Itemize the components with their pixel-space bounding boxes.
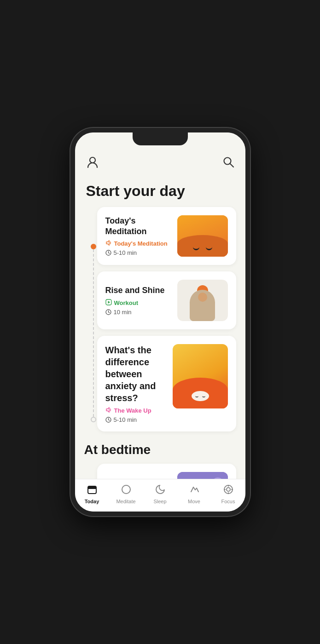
card-meditation-title: Today's Meditation — [105, 216, 172, 237]
search-icon[interactable] — [222, 156, 234, 171]
nav-label-today: Today — [85, 499, 99, 504]
dot-inactive — [91, 417, 96, 422]
nav-label-focus: Focus — [221, 499, 235, 504]
card-rise-meta: Workout — [105, 299, 172, 307]
timeline-section: Today's Meditation Today's Meditation — [75, 207, 245, 431]
card-anxiety[interactable]: What's the difference between anxiety an… — [97, 336, 236, 431]
card-anxiety-duration-label: 5-10 min — [114, 416, 137, 423]
volume-icon-anxiety — [105, 407, 112, 414]
nav-item-focus[interactable]: Focus — [211, 484, 245, 504]
card-meditation[interactable]: Today's Meditation Today's Meditation — [97, 207, 236, 265]
nav-item-move[interactable]: Move — [177, 484, 211, 504]
card-meditation-image — [177, 215, 228, 257]
svg-line-5 — [108, 253, 110, 254]
timeline-track — [91, 207, 96, 431]
svg-line-13 — [108, 420, 110, 421]
profile-icon[interactable] — [86, 155, 99, 172]
bedtime-title: At bedtime — [84, 443, 236, 464]
card-meditation-duration-label: 5-10 min — [114, 249, 137, 256]
nav-item-meditate[interactable]: Meditate — [109, 484, 143, 504]
dot-active — [91, 244, 96, 249]
card-rise-title: Rise and Shine — [105, 285, 172, 296]
card-rise-info: Rise and Shine Workout — [105, 285, 177, 315]
card-rise-shine[interactable]: Rise and Shine Workout — [97, 271, 236, 329]
meditate-icon — [121, 484, 132, 497]
volume-icon-meditation — [105, 240, 112, 247]
card-anxiety-title: What's the difference between anxiety an… — [105, 344, 167, 404]
card-anxiety-type: The Wake Up — [114, 407, 151, 414]
svg-line-10 — [108, 312, 110, 313]
phone-screen: Start your day Today's Meditation — [75, 132, 245, 512]
screen-content: Start your day Today's Meditation — [75, 132, 245, 512]
card-anxiety-duration: 5-10 min — [105, 416, 167, 423]
card-anxiety-image — [173, 344, 228, 408]
card-meditation-type: Today's Meditation — [114, 240, 168, 247]
card-meditation-meta: Today's Meditation — [105, 240, 172, 247]
play-icon-rise — [105, 299, 112, 307]
nav-label-meditate: Meditate — [116, 499, 135, 504]
card-meditation-info: Today's Meditation Today's Meditation — [105, 216, 177, 257]
nav-label-sleep: Sleep — [153, 499, 166, 504]
sleep-icon — [155, 484, 166, 497]
phone-frame: Start your day Today's Meditation — [70, 128, 250, 516]
card-meditation-duration: 5-10 min — [105, 249, 172, 256]
card-anxiety-info: What's the difference between anxiety an… — [105, 344, 173, 423]
card-rise-duration-label: 10 min — [114, 309, 132, 316]
move-icon — [189, 484, 200, 497]
svg-rect-19 — [88, 486, 96, 489]
timeline-line — [93, 249, 94, 417]
cards-container: Today's Meditation Today's Meditation — [84, 207, 236, 431]
nav-item-sleep[interactable]: Sleep — [143, 484, 177, 504]
svg-point-20 — [122, 485, 130, 494]
focus-icon — [223, 484, 234, 497]
svg-marker-7 — [108, 301, 110, 304]
svg-point-22 — [227, 488, 230, 491]
card-rise-type: Workout — [114, 299, 138, 306]
svg-line-2 — [230, 164, 233, 167]
card-rise-image — [177, 280, 228, 321]
meditation-illustration — [177, 215, 228, 257]
bottom-nav: Today Meditate Sleep — [75, 479, 245, 512]
card-anxiety-meta: The Wake Up — [105, 407, 167, 414]
today-icon — [87, 484, 98, 497]
card-rise-duration: 10 min — [105, 309, 172, 316]
nav-item-today[interactable]: Today — [75, 484, 109, 504]
nav-label-move: Move — [188, 499, 200, 504]
svg-point-0 — [90, 157, 95, 163]
section-title-start-day: Start your day — [75, 176, 245, 207]
phone-notch — [133, 132, 188, 145]
